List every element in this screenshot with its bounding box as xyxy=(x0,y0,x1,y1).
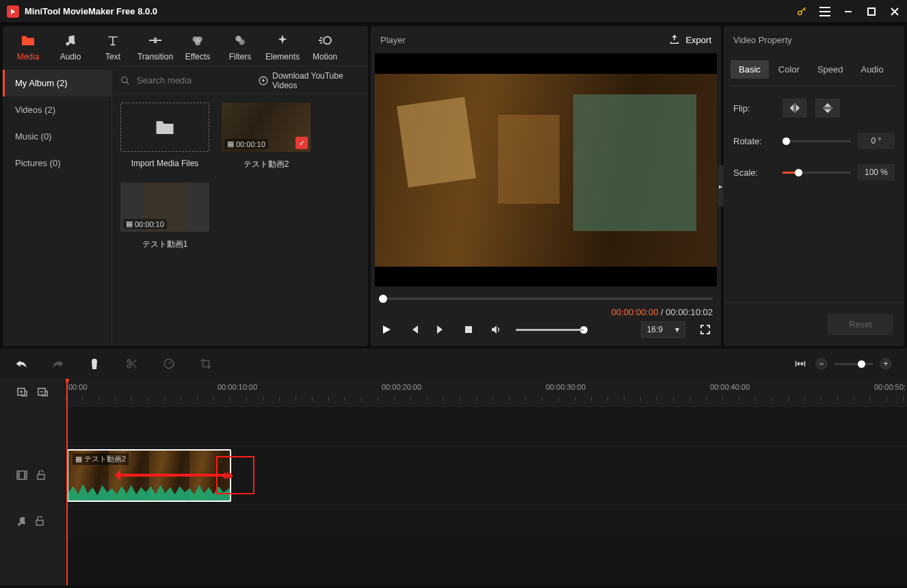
delete-button[interactable] xyxy=(89,358,103,370)
player-viewport[interactable] xyxy=(375,53,717,286)
minimize-button[interactable] xyxy=(843,6,854,17)
flip-vertical-button[interactable] xyxy=(815,98,840,118)
rotate-slider[interactable] xyxy=(783,140,851,142)
volume-button[interactable] xyxy=(488,322,503,337)
sidebar-item-pictures[interactable]: Pictures (0) xyxy=(3,150,111,176)
flip-horizontal-button[interactable] xyxy=(783,98,807,118)
tab-label: Text xyxy=(92,52,134,62)
tab-filters[interactable]: Filters xyxy=(219,27,261,66)
scale-value[interactable]: 100 % xyxy=(858,164,895,181)
volume-slider[interactable] xyxy=(516,329,584,331)
prop-tab-speed[interactable]: Speed xyxy=(809,60,852,79)
chevron-down-icon: ▾ xyxy=(675,325,679,334)
media-thumbnail[interactable]: ▦00:00:10 xyxy=(120,183,209,232)
media-card[interactable]: ▦00:00:10 ✓ テスト動画2 xyxy=(222,103,311,170)
speed-button[interactable] xyxy=(163,358,176,370)
tab-audio[interactable]: Audio xyxy=(49,27,92,66)
svg-rect-18 xyxy=(17,471,27,479)
tab-effects[interactable]: Effects xyxy=(176,27,219,66)
redo-button[interactable] xyxy=(52,358,66,369)
rotate-label: Rotate: xyxy=(733,136,783,146)
search-input[interactable] xyxy=(137,75,252,85)
tab-label: Effects xyxy=(176,52,219,62)
media-card[interactable]: ▦00:00:10 テスト動画1 xyxy=(120,183,209,250)
tab-motion[interactable]: Motion xyxy=(304,27,346,66)
remove-track-icon[interactable] xyxy=(37,387,48,398)
film-icon: ▦ xyxy=(75,455,82,464)
media-thumbnail[interactable]: ▦00:00:10 ✓ xyxy=(222,103,311,152)
total-time: 00:00:10:02 xyxy=(666,307,713,317)
zoom-out-button[interactable]: − xyxy=(815,358,828,370)
aspect-ratio-select[interactable]: 16:9 ▾ xyxy=(641,321,685,338)
annotation-arrow xyxy=(116,474,223,477)
rotate-value[interactable]: 0 ° xyxy=(858,133,895,149)
zoom-slider[interactable] xyxy=(834,363,873,365)
undo-button[interactable] xyxy=(15,358,29,369)
tool-tabs: Media Audio Text Transition Effects Filt… xyxy=(3,26,368,67)
zoom-in-button[interactable]: + xyxy=(880,358,892,370)
fit-timeline-button[interactable] xyxy=(795,359,809,369)
trim-cursor-icon: ⇹ xyxy=(222,467,233,483)
sidebar-item-my-album[interactable]: My Album (2) xyxy=(3,70,111,96)
preview-frame xyxy=(375,74,717,267)
prop-tab-basic[interactable]: Basic xyxy=(731,60,769,79)
track-header-audio xyxy=(0,505,66,537)
media-grid: Import Media Files ▦00:00:10 ✓ テスト動画2 xyxy=(112,94,368,346)
seek-slider[interactable] xyxy=(379,297,713,300)
svg-rect-1 xyxy=(868,8,875,15)
export-label: Export xyxy=(685,35,711,45)
film-icon: ▦ xyxy=(227,139,234,148)
prop-tab-color[interactable]: Color xyxy=(770,60,808,79)
stop-button[interactable] xyxy=(461,322,476,337)
play-button[interactable] xyxy=(379,322,394,337)
folder-icon xyxy=(155,118,175,136)
track-video[interactable]: ▦テスト動画2 ⇹ xyxy=(66,446,907,505)
export-icon xyxy=(669,34,680,45)
svg-point-6 xyxy=(195,40,200,45)
export-button[interactable]: Export xyxy=(669,34,711,45)
scale-slider[interactable] xyxy=(783,172,851,174)
download-youtube-link[interactable]: Download YouTube Videos xyxy=(259,71,360,90)
lock-icon[interactable] xyxy=(36,516,44,526)
svg-rect-22 xyxy=(36,520,43,525)
download-icon xyxy=(259,76,268,85)
prop-tab-audio[interactable]: Audio xyxy=(852,60,891,79)
library-sidebar: My Album (2) Videos (2) Music (0) Pictur… xyxy=(3,67,112,346)
sidebar-item-videos[interactable]: Videos (2) xyxy=(3,96,111,123)
split-button[interactable] xyxy=(126,358,140,370)
reset-button[interactable]: Reset xyxy=(828,314,893,335)
app-title: MiniTool MovieMaker Free 8.0.0 xyxy=(25,6,796,16)
aspect-value: 16:9 xyxy=(647,325,663,334)
close-button[interactable] xyxy=(889,6,900,17)
track-audio[interactable] xyxy=(66,505,907,537)
playhead[interactable] xyxy=(66,379,68,585)
tab-label: Media xyxy=(7,52,49,62)
tab-transition[interactable]: Transition xyxy=(134,27,176,66)
hamburger-menu-icon[interactable] xyxy=(819,6,830,17)
collapse-panel-button[interactable]: ▸ xyxy=(718,165,724,206)
timeline-area: − + 00:00 00:00:10:00 00:00 xyxy=(0,349,907,585)
crop-button[interactable] xyxy=(200,358,213,370)
sidebar-item-music[interactable]: Music (0) xyxy=(3,123,111,150)
import-drop-zone[interactable] xyxy=(120,103,209,152)
track-header-tools xyxy=(0,379,66,406)
add-track-icon[interactable] xyxy=(16,387,27,398)
prev-frame-button[interactable] xyxy=(406,322,421,337)
lock-icon[interactable] xyxy=(37,470,45,480)
next-frame-button[interactable] xyxy=(434,322,449,337)
maximize-button[interactable] xyxy=(866,6,877,17)
tab-media[interactable]: Media xyxy=(7,27,49,66)
upgrade-key-icon[interactable] xyxy=(796,6,807,17)
ruler-tick: 00:00:50: xyxy=(874,383,906,391)
timeline-tracks[interactable]: 00:00 00:00:10:00 00:00:20:00 00:00:30:0… xyxy=(66,379,907,585)
tab-elements[interactable]: Elements xyxy=(261,27,304,66)
tab-label: Filters xyxy=(219,52,261,62)
fullscreen-button[interactable] xyxy=(698,322,713,337)
import-media-card[interactable]: Import Media Files xyxy=(120,103,209,170)
track-overlay[interactable] xyxy=(66,406,907,446)
timeline-ruler[interactable]: 00:00 00:00:10:00 00:00:20:00 00:00:30:0… xyxy=(66,379,907,406)
film-icon: ▦ xyxy=(126,219,133,228)
scale-label: Scale: xyxy=(733,168,783,178)
clip-name: テスト動画2 xyxy=(222,159,311,170)
tab-text[interactable]: Text xyxy=(92,27,134,66)
